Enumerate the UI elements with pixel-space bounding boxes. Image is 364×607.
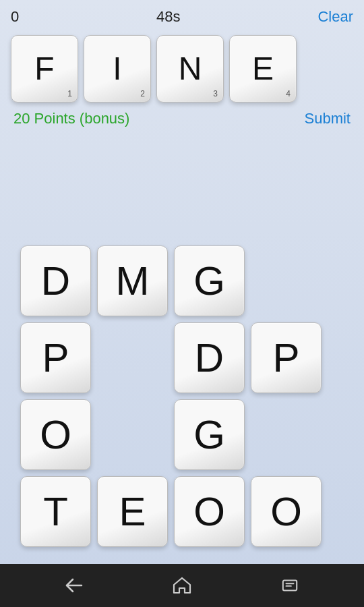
svg-rect-2	[286, 585, 292, 587]
word-tile-letter-1: F	[34, 53, 54, 85]
score-display: 0	[11, 8, 19, 26]
back-button[interactable]	[58, 569, 90, 602]
board-tile-letter-14: E	[119, 492, 146, 532]
board-tile-P-8[interactable]: P	[251, 322, 322, 393]
board-tile-letter-16: O	[270, 492, 302, 532]
home-button[interactable]	[166, 569, 198, 602]
word-tile-letter-3: N	[179, 53, 202, 85]
board-tile-M-2[interactable]: M	[97, 245, 168, 316]
board-tile-letter-9: O	[40, 415, 71, 455]
board-tile-E-14[interactable]: E	[97, 476, 168, 547]
board-tile-P-5[interactable]: P	[20, 322, 91, 393]
points-row: 20 Points (bonus) Submit	[0, 103, 364, 132]
board-tile-letter-1: D	[41, 261, 70, 301]
word-tile-letter-2: I	[113, 53, 121, 85]
board-tile-T-13[interactable]: T	[20, 476, 91, 547]
game-area: 0 48s Clear F1I2N3E4 20 Points (bonus) S…	[0, 0, 364, 564]
board-tile-letter-5: P	[42, 338, 69, 378]
board-tile-D-1[interactable]: D	[20, 245, 91, 316]
board-tile-G-11[interactable]: G	[174, 399, 245, 470]
board-tile-O-16[interactable]: O	[251, 476, 322, 547]
empty-cell-12	[251, 399, 322, 470]
board-tile-letter-7: D	[195, 338, 224, 378]
word-tile-number-2: 2	[140, 89, 145, 98]
board-area: DMGPDPOGTEOO	[0, 245, 364, 564]
clear-button[interactable]: Clear	[317, 8, 353, 26]
word-tiles-row: F1I2N3E4	[0, 32, 364, 103]
board-tile-letter-15: O	[193, 492, 225, 532]
board-tile-letter-13: T	[43, 492, 68, 532]
nav-bar	[0, 564, 364, 607]
svg-rect-1	[286, 583, 295, 584]
board-tile-letter-11: G	[193, 415, 225, 455]
word-tile-number-3: 3	[213, 89, 218, 98]
board-tile-G-3[interactable]: G	[174, 245, 245, 316]
empty-cell-10	[97, 399, 168, 470]
word-tile-number-4: 4	[286, 89, 291, 98]
word-tile-3[interactable]: N3	[156, 35, 224, 103]
points-label: 20 Points (bonus)	[13, 110, 129, 127]
word-tile-4[interactable]: E4	[229, 35, 297, 103]
board-tile-O-15[interactable]: O	[174, 476, 245, 547]
empty-cell-4	[251, 245, 322, 316]
board-tile-letter-3: G	[193, 261, 225, 301]
header: 0 48s Clear	[0, 0, 364, 32]
word-tile-2[interactable]: I2	[84, 35, 151, 103]
submit-button[interactable]: Submit	[305, 110, 351, 127]
word-tile-number-1: 1	[67, 89, 72, 98]
empty-cell-6	[97, 322, 168, 393]
board-tile-letter-8: P	[272, 338, 299, 378]
board-tile-letter-2: M	[116, 261, 150, 301]
word-tile-1[interactable]: F1	[11, 35, 78, 103]
timer-display: 48s	[156, 8, 180, 26]
board-tile-O-9[interactable]: O	[20, 399, 91, 470]
spacer	[0, 132, 364, 245]
board-grid: DMGPDPOGTEOO	[20, 245, 344, 550]
recents-button[interactable]	[274, 569, 306, 602]
board-tile-D-7[interactable]: D	[174, 322, 245, 393]
word-tile-letter-4: E	[252, 53, 274, 85]
